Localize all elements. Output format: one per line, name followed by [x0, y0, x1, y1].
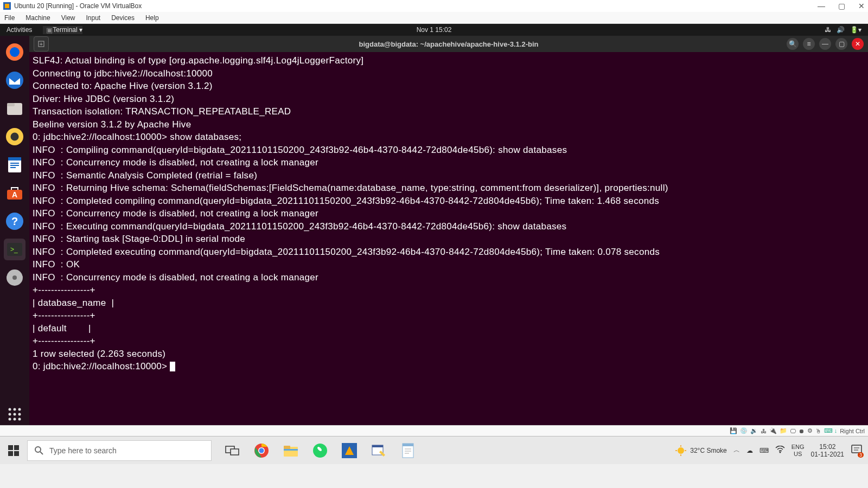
minimize-button[interactable]: — — [818, 2, 825, 10]
help-icon[interactable]: ? — [4, 210, 25, 232]
svg-rect-34 — [14, 445, 19, 450]
disk-icon[interactable] — [4, 267, 25, 288]
svg-text:>_: >_ — [10, 246, 18, 253]
shared-folder-icon[interactable]: 📁 — [780, 427, 787, 434]
hdd-icon[interactable]: 💾 — [730, 427, 737, 434]
ubuntu-software-icon[interactable]: A — [4, 182, 25, 204]
notepad-icon[interactable] — [399, 442, 417, 459]
cpu-icon[interactable]: ⚙ — [807, 427, 813, 434]
svg-point-3 — [10, 47, 20, 57]
svg-point-43 — [259, 448, 264, 453]
svg-point-23 — [14, 408, 16, 411]
ubuntu-dock: A ? >_ — [0, 36, 29, 425]
cursor — [170, 362, 175, 371]
menu-input[interactable]: Input — [86, 14, 101, 22]
volume-icon[interactable]: 🔊 — [837, 26, 845, 34]
power-icon[interactable]: 🔋▾ — [850, 26, 861, 34]
vbox-titlebar: Ubuntu 20 [Running] - Oracle VM VirtualB… — [0, 0, 868, 12]
hamburger-menu[interactable]: ≡ — [803, 38, 815, 50]
activities-button[interactable]: Activities — [7, 26, 32, 34]
optical-icon[interactable]: 💿 — [740, 427, 748, 434]
menu-help[interactable]: Help — [145, 14, 159, 22]
close-button[interactable]: ✕ — [858, 2, 865, 10]
svg-point-57 — [678, 447, 684, 454]
task-view-icon[interactable] — [224, 442, 241, 459]
menu-machine[interactable]: Machine — [25, 14, 50, 22]
search-button[interactable]: 🔍 — [787, 38, 799, 50]
maximize-button[interactable]: ▢ — [838, 2, 845, 10]
svg-point-22 — [9, 408, 11, 411]
display-icon[interactable]: 🖵 — [790, 428, 796, 434]
search-box[interactable]: Type here to search — [27, 440, 212, 461]
usb-icon[interactable]: 🔌 — [769, 427, 777, 434]
weather-widget[interactable]: 32°C Smoke — [675, 445, 727, 457]
rhythmbox-icon[interactable] — [4, 126, 25, 147]
windows-taskbar: Type here to search 32°C Smoke ︿ ☁ ⌨ ENG… — [0, 436, 868, 464]
chrome-icon[interactable] — [253, 442, 270, 459]
new-tab-button[interactable]: + — [34, 36, 49, 52]
wifi-icon[interactable] — [775, 446, 785, 455]
gnome-topbar: Activities ▣ Terminal ▾ Nov 1 15:02 🖧 🔊 … — [0, 24, 868, 36]
svg-rect-36 — [14, 451, 19, 456]
svg-rect-13 — [10, 167, 16, 168]
network-icon[interactable]: 🖧 — [825, 26, 831, 34]
show-apps-icon[interactable] — [4, 403, 25, 425]
host-key-label: Right Ctrl — [840, 428, 865, 434]
term-maximize[interactable]: ▢ — [835, 38, 847, 50]
language-indicator[interactable]: ENGUS — [792, 444, 805, 458]
mouse-icon[interactable]: 🖱 — [815, 428, 821, 434]
svg-point-30 — [18, 418, 21, 421]
clock-label[interactable]: Nov 1 15:02 — [417, 26, 452, 34]
search-placeholder: Type here to search — [49, 446, 117, 455]
tray-chevron[interactable]: ︿ — [733, 446, 740, 455]
svg-point-25 — [9, 413, 11, 416]
svg-point-24 — [18, 408, 21, 411]
window-title: Ubuntu 20 [Running] - Oracle VM VirtualB… — [14, 2, 142, 10]
svg-point-29 — [14, 418, 16, 421]
svg-point-37 — [35, 447, 41, 452]
svg-point-62 — [779, 452, 781, 453]
svg-point-8 — [10, 132, 20, 142]
file-explorer-icon[interactable] — [282, 442, 299, 459]
svg-rect-33 — [8, 445, 13, 450]
libreoffice-writer-icon[interactable] — [4, 154, 25, 176]
firefox-icon[interactable] — [4, 41, 25, 63]
keyboard-icon[interactable]: ⌨ ↓ — [824, 427, 838, 434]
svg-rect-46 — [284, 449, 298, 451]
svg-text:A: A — [12, 190, 17, 199]
svg-rect-53 — [403, 444, 413, 446]
onedrive-icon[interactable]: ☁ — [746, 447, 753, 454]
vbox-statusbar: 💾 💿 🔉 🖧 🔌 📁 🖵 ⏺ ⚙ 🖱 ⌨ ↓ Right Ctrl — [0, 425, 868, 436]
svg-text:+: + — [40, 41, 43, 47]
taskbar-clock[interactable]: 15:0201-11-2021 — [811, 443, 844, 458]
vbox-menubar: File Machine View Input Devices Help — [0, 12, 868, 24]
svg-line-38 — [40, 452, 43, 454]
putty-icon[interactable] — [370, 442, 387, 459]
terminal-headerbar: + bigdata@bigdata: ~/apachehive/apache-h… — [29, 36, 868, 52]
terminal-icon[interactable]: >_ — [4, 239, 25, 260]
svg-point-27 — [18, 413, 21, 416]
svg-rect-1 — [5, 4, 9, 8]
keyboard-tray-icon[interactable]: ⌨ — [760, 447, 769, 454]
whatsapp-icon[interactable] — [311, 442, 329, 459]
start-button[interactable] — [0, 436, 27, 465]
audio-icon[interactable]: 🔉 — [750, 427, 758, 434]
network-status-icon[interactable]: 🖧 — [761, 428, 767, 434]
term-minimize[interactable]: — — [819, 38, 831, 50]
recording-icon[interactable]: ⏺ — [799, 428, 805, 434]
svg-rect-35 — [8, 451, 13, 456]
menu-devices[interactable]: Devices — [111, 14, 135, 22]
app-menu[interactable]: ▣ Terminal ▾ — [43, 26, 82, 34]
terminal-title: bigdata@bigdata: ~/apachehive/apache-hiv… — [359, 40, 539, 48]
terminal-output[interactable]: SLF4J: Actual binding is of type [org.ap… — [29, 52, 868, 425]
svg-rect-12 — [10, 165, 19, 166]
files-icon[interactable] — [4, 98, 25, 119]
menu-view[interactable]: View — [61, 14, 75, 22]
svg-rect-63 — [852, 445, 861, 453]
thunderbird-icon[interactable] — [4, 69, 25, 91]
menu-file[interactable]: File — [4, 14, 15, 22]
virtualbox-icon[interactable] — [341, 442, 358, 459]
svg-rect-45 — [284, 446, 290, 449]
notifications-icon[interactable]: 3 — [851, 444, 863, 457]
term-close[interactable]: ✕ — [852, 38, 864, 50]
